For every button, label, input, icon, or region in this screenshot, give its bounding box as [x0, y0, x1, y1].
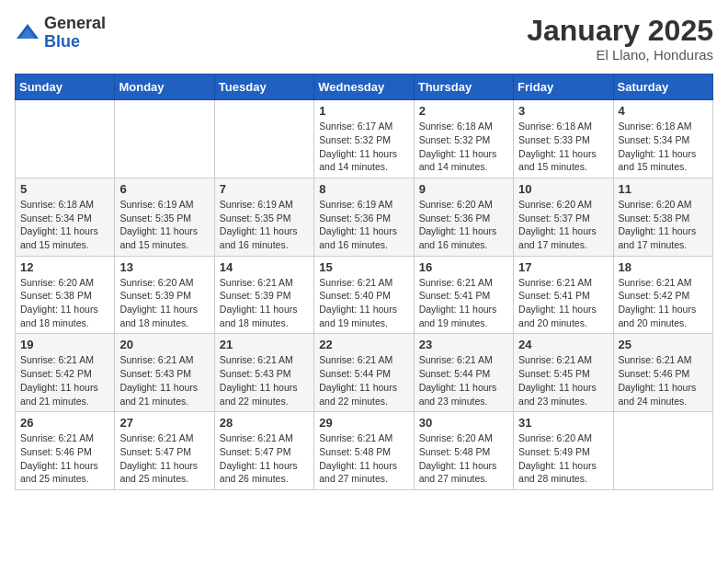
day-info: Sunrise: 6:21 AM Sunset: 5:45 PM Dayligh…	[518, 353, 608, 408]
day-info: Sunrise: 6:21 AM Sunset: 5:42 PM Dayligh…	[20, 353, 109, 408]
day-number: 29	[319, 416, 408, 430]
day-info: Sunrise: 6:20 AM Sunset: 5:36 PM Dayligh…	[419, 198, 508, 252]
day-number: 28	[220, 416, 309, 430]
day-cell: 29Sunrise: 6:21 AM Sunset: 5:48 PM Dayli…	[314, 412, 414, 490]
day-info: Sunrise: 6:21 AM Sunset: 5:41 PM Dayligh…	[419, 276, 508, 330]
day-cell: 5Sunrise: 6:18 AM Sunset: 5:34 PM Daylig…	[16, 178, 115, 256]
day-number: 6	[119, 182, 209, 196]
day-number: 10	[518, 182, 608, 196]
day-cell: 15Sunrise: 6:21 AM Sunset: 5:40 PM Dayli…	[314, 256, 414, 334]
day-cell: 26Sunrise: 6:21 AM Sunset: 5:46 PM Dayli…	[16, 412, 115, 490]
day-info: Sunrise: 6:21 AM Sunset: 5:42 PM Dayligh…	[619, 276, 708, 330]
day-info: Sunrise: 6:18 AM Sunset: 5:34 PM Dayligh…	[20, 198, 109, 252]
day-cell: 16Sunrise: 6:21 AM Sunset: 5:41 PM Dayli…	[414, 256, 513, 334]
day-cell: 8Sunrise: 6:19 AM Sunset: 5:36 PM Daylig…	[314, 178, 414, 256]
day-number: 3	[518, 104, 608, 118]
day-cell: 28Sunrise: 6:21 AM Sunset: 5:47 PM Dayli…	[214, 412, 313, 490]
day-cell: 22Sunrise: 6:21 AM Sunset: 5:44 PM Dayli…	[314, 334, 414, 412]
day-cell: 7Sunrise: 6:19 AM Sunset: 5:35 PM Daylig…	[214, 178, 313, 256]
week-row-2: 5Sunrise: 6:18 AM Sunset: 5:34 PM Daylig…	[16, 178, 713, 256]
day-cell: 17Sunrise: 6:21 AM Sunset: 5:41 PM Dayli…	[514, 256, 613, 334]
day-number: 19	[20, 338, 109, 351]
day-cell: 14Sunrise: 6:21 AM Sunset: 5:39 PM Dayli…	[214, 256, 313, 334]
day-cell: 6Sunrise: 6:19 AM Sunset: 5:35 PM Daylig…	[115, 178, 214, 256]
day-number: 16	[419, 260, 508, 274]
day-info: Sunrise: 6:20 AM Sunset: 5:48 PM Dayligh…	[419, 431, 508, 486]
day-info: Sunrise: 6:17 AM Sunset: 5:32 PM Dayligh…	[319, 120, 408, 174]
day-number: 24	[518, 338, 608, 351]
day-cell: 27Sunrise: 6:21 AM Sunset: 5:47 PM Dayli…	[115, 412, 214, 490]
weekday-header-saturday: Saturday	[613, 75, 712, 100]
day-cell: 23Sunrise: 6:21 AM Sunset: 5:44 PM Dayli…	[414, 334, 513, 412]
day-number: 7	[220, 182, 309, 196]
day-info: Sunrise: 6:19 AM Sunset: 5:36 PM Dayligh…	[319, 198, 408, 252]
day-cell: 4Sunrise: 6:18 AM Sunset: 5:34 PM Daylig…	[613, 100, 712, 178]
day-info: Sunrise: 6:20 AM Sunset: 5:37 PM Dayligh…	[518, 198, 608, 252]
day-info: Sunrise: 6:21 AM Sunset: 5:41 PM Dayligh…	[518, 276, 608, 330]
weekday-header-sunday: Sunday	[16, 75, 115, 100]
day-number: 22	[319, 338, 408, 351]
weekday-header-friday: Friday	[514, 75, 613, 100]
day-cell: 12Sunrise: 6:20 AM Sunset: 5:38 PM Dayli…	[16, 256, 115, 334]
title-block: January 2025 El Llano, Honduras	[527, 15, 713, 63]
day-number: 15	[319, 260, 408, 274]
day-info: Sunrise: 6:21 AM Sunset: 5:44 PM Dayligh…	[419, 353, 508, 408]
day-info: Sunrise: 6:20 AM Sunset: 5:38 PM Dayligh…	[20, 276, 109, 330]
day-number: 27	[119, 416, 209, 430]
day-info: Sunrise: 6:21 AM Sunset: 5:43 PM Dayligh…	[220, 353, 309, 408]
day-cell: 11Sunrise: 6:20 AM Sunset: 5:38 PM Dayli…	[613, 178, 712, 256]
day-number: 21	[220, 338, 309, 351]
logo-icon	[15, 20, 40, 46]
day-number: 2	[419, 104, 508, 118]
day-cell: 13Sunrise: 6:20 AM Sunset: 5:39 PM Dayli…	[115, 256, 214, 334]
day-number: 4	[619, 104, 708, 118]
day-info: Sunrise: 6:21 AM Sunset: 5:46 PM Dayligh…	[619, 353, 708, 408]
weekday-header-monday: Monday	[115, 75, 214, 100]
week-row-1: 1Sunrise: 6:17 AM Sunset: 5:32 PM Daylig…	[16, 100, 713, 178]
weekday-header-tuesday: Tuesday	[214, 75, 313, 100]
calendar-table: SundayMondayTuesdayWednesdayThursdayFrid…	[15, 74, 713, 490]
day-cell: 21Sunrise: 6:21 AM Sunset: 5:43 PM Dayli…	[214, 334, 313, 412]
logo: General Blue	[15, 15, 106, 52]
week-row-4: 19Sunrise: 6:21 AM Sunset: 5:42 PM Dayli…	[16, 334, 713, 412]
day-cell: 9Sunrise: 6:20 AM Sunset: 5:36 PM Daylig…	[414, 178, 513, 256]
day-info: Sunrise: 6:21 AM Sunset: 5:48 PM Dayligh…	[319, 431, 408, 486]
day-cell	[16, 100, 115, 178]
day-info: Sunrise: 6:18 AM Sunset: 5:34 PM Dayligh…	[619, 120, 708, 174]
weekday-header-row: SundayMondayTuesdayWednesdayThursdayFrid…	[16, 75, 713, 100]
location: El Llano, Honduras	[527, 47, 713, 63]
day-cell: 2Sunrise: 6:18 AM Sunset: 5:32 PM Daylig…	[414, 100, 513, 178]
day-cell	[214, 100, 313, 178]
day-number: 11	[619, 182, 708, 196]
logo-general-text: General	[44, 14, 106, 32]
day-info: Sunrise: 6:21 AM Sunset: 5:46 PM Dayligh…	[20, 431, 109, 486]
day-cell: 30Sunrise: 6:20 AM Sunset: 5:48 PM Dayli…	[414, 412, 513, 490]
day-info: Sunrise: 6:21 AM Sunset: 5:44 PM Dayligh…	[319, 353, 408, 408]
day-number: 31	[518, 416, 608, 430]
day-cell: 25Sunrise: 6:21 AM Sunset: 5:46 PM Dayli…	[613, 334, 712, 412]
day-cell: 19Sunrise: 6:21 AM Sunset: 5:42 PM Dayli…	[16, 334, 115, 412]
day-cell: 3Sunrise: 6:18 AM Sunset: 5:33 PM Daylig…	[514, 100, 613, 178]
page-header: General Blue January 2025 El Llano, Hond…	[15, 15, 713, 63]
day-info: Sunrise: 6:20 AM Sunset: 5:38 PM Dayligh…	[619, 198, 708, 252]
day-cell: 20Sunrise: 6:21 AM Sunset: 5:43 PM Dayli…	[115, 334, 214, 412]
day-cell: 10Sunrise: 6:20 AM Sunset: 5:37 PM Dayli…	[514, 178, 613, 256]
day-number: 20	[119, 338, 209, 351]
day-cell: 24Sunrise: 6:21 AM Sunset: 5:45 PM Dayli…	[514, 334, 613, 412]
week-row-3: 12Sunrise: 6:20 AM Sunset: 5:38 PM Dayli…	[16, 256, 713, 334]
week-row-5: 26Sunrise: 6:21 AM Sunset: 5:46 PM Dayli…	[16, 412, 713, 490]
day-info: Sunrise: 6:18 AM Sunset: 5:33 PM Dayligh…	[518, 120, 608, 174]
day-number: 14	[220, 260, 309, 274]
day-cell: 1Sunrise: 6:17 AM Sunset: 5:32 PM Daylig…	[314, 100, 414, 178]
day-cell	[115, 100, 214, 178]
day-number: 23	[419, 338, 508, 351]
day-cell: 31Sunrise: 6:20 AM Sunset: 5:49 PM Dayli…	[514, 412, 613, 490]
day-number: 26	[20, 416, 109, 430]
day-info: Sunrise: 6:21 AM Sunset: 5:39 PM Dayligh…	[220, 276, 309, 330]
day-info: Sunrise: 6:21 AM Sunset: 5:43 PM Dayligh…	[119, 353, 209, 408]
day-info: Sunrise: 6:20 AM Sunset: 5:49 PM Dayligh…	[518, 431, 608, 486]
month-title: January 2025	[527, 15, 713, 47]
day-info: Sunrise: 6:20 AM Sunset: 5:39 PM Dayligh…	[119, 276, 209, 330]
day-number: 30	[419, 416, 508, 430]
day-info: Sunrise: 6:21 AM Sunset: 5:47 PM Dayligh…	[220, 431, 309, 486]
